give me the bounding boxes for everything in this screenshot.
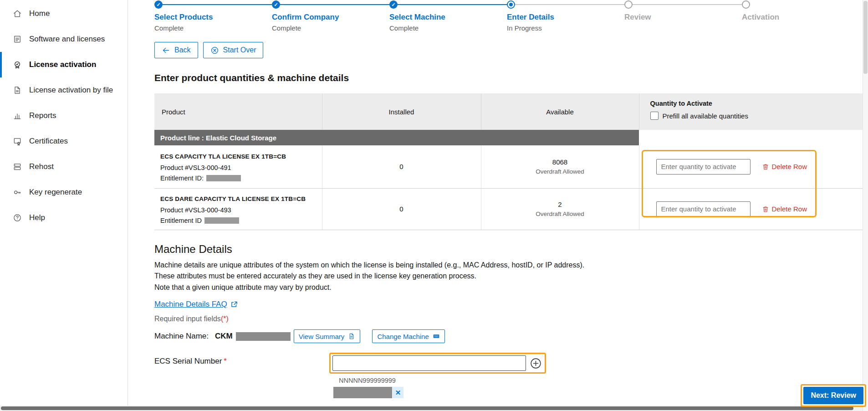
- view-summary-label: View Summary: [299, 333, 345, 340]
- step-label: Confirm Company: [272, 13, 384, 22]
- external-link-icon: [230, 301, 238, 308]
- license-file-icon: [13, 86, 22, 95]
- page-title: Enter product quantities & machine detai…: [154, 72, 868, 83]
- product-name: ECS CAPACITY TLA LICENSE EX 1TB=CB: [160, 153, 316, 160]
- back-button[interactable]: Back: [154, 42, 198, 58]
- serial-annotation-highlight: [329, 353, 546, 374]
- license-activation-icon: [13, 60, 22, 69]
- machine-details-title: Machine Details: [154, 243, 868, 256]
- change-machine-button[interactable]: Change Machine: [372, 329, 444, 343]
- certificates-icon: [13, 137, 22, 146]
- machine-details-section: Machine Details Machine details are uniq…: [154, 243, 868, 399]
- serial-chip-row: [333, 387, 546, 398]
- horizontal-scrollbar-thumb[interactable]: [1, 406, 853, 410]
- machine-name-row: Machine Name: CKM View Summary Change Ma…: [154, 329, 868, 343]
- view-summary-button[interactable]: View Summary: [294, 329, 361, 343]
- column-header-installed: Installed: [322, 93, 481, 130]
- progress-stepper: Select Products Complete Confirm Company…: [154, 0, 783, 33]
- table-row: ECS DARE CAPACITY TLA LICENSE EX 1TB=CB …: [154, 188, 863, 230]
- step-label: Select Machine: [389, 13, 501, 22]
- sidebar-item-rehost[interactable]: Rehost: [0, 154, 128, 180]
- required-note-mark: (*): [221, 315, 229, 323]
- prefill-checkbox[interactable]: [650, 112, 659, 120]
- entitlement-label: Entitlement ID: [160, 217, 202, 224]
- start-over-button-label: Start Over: [223, 46, 256, 54]
- horizontal-scrollbar[interactable]: [0, 406, 863, 411]
- delete-row-button[interactable]: Delete Row: [762, 205, 807, 213]
- sidebar-item-label: License activation by file: [29, 86, 113, 95]
- sidebar-item-label: Home: [29, 9, 50, 18]
- sidebar: Home Software and licenses License activ…: [0, 0, 128, 411]
- ecs-serial-input[interactable]: [332, 355, 526, 371]
- redacted-entitlement-id: [204, 217, 239, 224]
- product-line-empty-cell: [639, 130, 863, 145]
- sidebar-item-label: Key regenerate: [29, 188, 82, 197]
- step-status: Complete: [154, 24, 266, 32]
- sidebar-item-label: License activation: [29, 60, 96, 69]
- step-status: In Progress: [507, 24, 619, 32]
- step-label: Enter Details: [507, 13, 619, 22]
- check-circle-icon: [154, 0, 163, 9]
- step-confirm-company[interactable]: Confirm Company Complete: [272, 0, 384, 32]
- main-content: Select Products Complete Confirm Company…: [128, 0, 868, 411]
- available-value: 2: [481, 200, 639, 208]
- product-table: Product Installed Available Quantity to …: [154, 93, 863, 230]
- quantity-input[interactable]: [656, 201, 751, 217]
- serial-number-row: ECS Serial Number* NNNNN999999999: [154, 353, 868, 398]
- upcoming-step-circle-icon: [742, 0, 750, 9]
- rehost-icon: [13, 162, 22, 171]
- sidebar-item-label: Certificates: [29, 137, 68, 146]
- check-circle-icon: [389, 0, 398, 9]
- delete-row-button[interactable]: Delete Row: [762, 163, 807, 170]
- start-over-button[interactable]: Start Over: [203, 42, 264, 58]
- prefill-label: Prefill all available quantities: [663, 112, 748, 120]
- delete-row-label: Delete Row: [772, 205, 807, 213]
- step-select-machine[interactable]: Select Machine Complete: [389, 0, 501, 32]
- sidebar-item-label: Software and licenses: [29, 35, 105, 44]
- serial-label-group: ECS Serial Number*: [154, 353, 329, 398]
- sidebar-item-certificates[interactable]: Certificates: [0, 128, 128, 154]
- arrow-left-icon: [162, 46, 170, 55]
- next-review-button[interactable]: Next: Review: [803, 387, 863, 404]
- product-line-label: Product line : Elastic Cloud Storage: [154, 130, 639, 145]
- sidebar-item-license-activation[interactable]: License activation: [0, 52, 128, 77]
- required-note-text: Required input fields: [154, 315, 221, 323]
- document-icon: [348, 333, 355, 340]
- sidebar-item-home[interactable]: Home: [0, 1, 128, 26]
- step-enter-details[interactable]: Enter Details In Progress: [507, 0, 619, 32]
- machine-details-faq-link[interactable]: Machine Details FAQ: [154, 300, 238, 309]
- product-number: Product #VSL3-000-493: [160, 206, 316, 214]
- add-serial-button[interactable]: [530, 357, 542, 370]
- upcoming-step-circle-icon: [624, 0, 633, 9]
- sidebar-item-software-and-licenses[interactable]: Software and licenses: [0, 26, 128, 52]
- table-row: ECS CAPACITY TLA LICENSE EX 1TB=CB Produ…: [154, 145, 863, 188]
- step-status: Complete: [272, 24, 384, 32]
- step-review[interactable]: Review: [624, 0, 736, 24]
- reports-icon: [13, 111, 22, 120]
- trash-icon: [762, 163, 769, 170]
- current-step-circle-icon: [507, 0, 515, 9]
- step-activation[interactable]: Activation: [742, 0, 854, 24]
- quantity-header-label: Quantity to Activate: [650, 100, 863, 107]
- vertical-scrollbar-thumb[interactable]: [863, 1, 868, 74]
- entitlement-label: Entitlement ID:: [160, 175, 204, 182]
- sidebar-item-reports[interactable]: Reports: [0, 103, 128, 128]
- change-machine-label: Change Machine: [377, 333, 429, 340]
- sidebar-item-license-activation-by-file[interactable]: License activation by file: [0, 77, 128, 103]
- sidebar-item-label: Rehost: [29, 162, 54, 171]
- step-select-products[interactable]: Select Products Complete: [154, 0, 266, 32]
- sidebar-item-key-regenerate[interactable]: Key regenerate: [0, 180, 128, 205]
- sidebar-item-label: Help: [29, 213, 45, 222]
- cancel-circle-icon: [210, 46, 219, 55]
- quantity-input[interactable]: [656, 159, 751, 175]
- redacted-entitlement-id: [206, 175, 241, 181]
- overdraft-note: Overdraft Allowed: [481, 211, 639, 217]
- sidebar-item-help[interactable]: Help: [0, 205, 128, 231]
- product-name: ECS DARE CAPACITY TLA LICENSE EX 1TB=CB: [160, 195, 316, 202]
- trash-icon: [762, 206, 769, 213]
- column-header-quantity: Quantity to Activate Prefill all availab…: [639, 93, 863, 130]
- vertical-scrollbar[interactable]: [863, 0, 868, 411]
- remove-serial-button[interactable]: [393, 387, 403, 398]
- license-activation-page: Home Software and licenses License activ…: [0, 0, 868, 411]
- column-header-available: Available: [481, 93, 639, 130]
